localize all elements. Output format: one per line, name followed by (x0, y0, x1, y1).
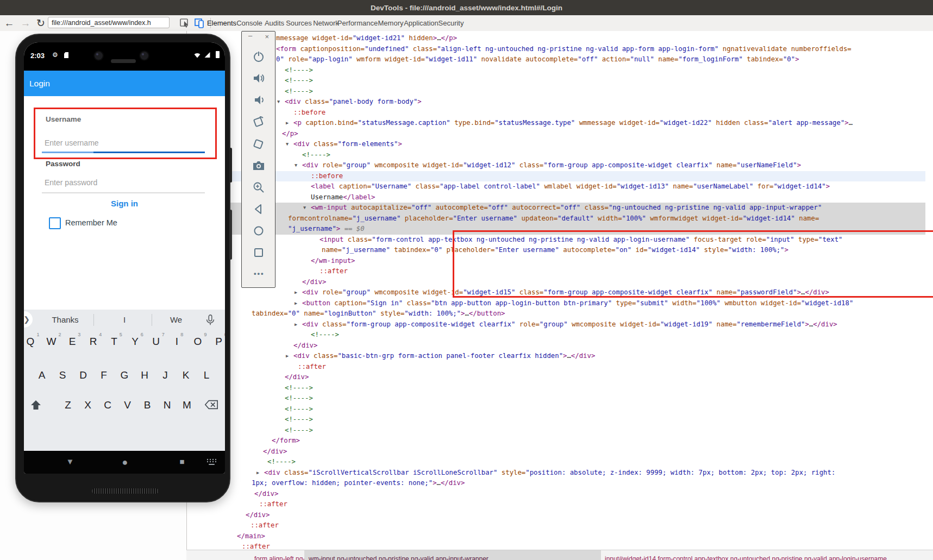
shift-key-icon[interactable] (29, 399, 42, 412)
code-line[interactable]: </form> (272, 436, 300, 446)
code-line[interactable]: ::after (298, 362, 326, 373)
code-line[interactable]: ::before (311, 171, 343, 182)
key-I[interactable]: I8 (176, 336, 178, 348)
zoom-icon[interactable] (252, 181, 265, 194)
code-line[interactable]: </wm-input> (311, 256, 355, 267)
code-line[interactable]: mmessage widget-id="widget-id21" hidden>… (276, 33, 457, 44)
code-line[interactable]: <label caption="Username" class="app-lab… (311, 181, 830, 192)
collapse-arrow-icon[interactable]: ▼ (286, 139, 289, 150)
tab-sources[interactable]: Sources (286, 15, 312, 31)
keyboard-hide-icon[interactable] (206, 458, 216, 465)
key-J[interactable]: J (162, 369, 168, 381)
key-Y[interactable]: Y6 (132, 336, 139, 348)
code-line[interactable]: Username</label> (311, 192, 375, 203)
key-D[interactable]: D (79, 369, 87, 381)
rotate-left-icon[interactable] (252, 116, 265, 129)
collapse-arrow-icon[interactable]: ▼ (277, 97, 280, 108)
code-line[interactable]: ::after (242, 542, 270, 550)
code-line[interactable]: <!----> (267, 457, 296, 468)
code-line[interactable]: </main> (237, 531, 265, 542)
key-W[interactable]: W2 (47, 336, 57, 348)
code-line[interactable]: ::after (259, 499, 287, 510)
code-line[interactable]: <!----> (285, 393, 313, 404)
phone-screen[interactable]: 2:03 ⚙ Login Username Enter username Pas… (24, 42, 225, 474)
key-N[interactable]: N (164, 399, 171, 411)
home-icon[interactable] (252, 224, 265, 237)
overview-icon[interactable] (252, 246, 265, 259)
key-E[interactable]: E3 (69, 336, 76, 348)
code-line[interactable]: <form captionposition="undefined" class=… (276, 44, 851, 55)
key-B[interactable]: B (144, 399, 151, 411)
code-line[interactable]: <input class="form-control app-textbox n… (320, 235, 842, 246)
code-line[interactable]: </div> (285, 372, 309, 383)
code-line[interactable]: <!----> (285, 86, 313, 97)
expand-arrow-icon[interactable]: ▶ (295, 287, 297, 298)
tab-audits[interactable]: Audits (265, 15, 284, 31)
tab-elements[interactable]: Elements (207, 15, 236, 31)
key-K[interactable]: K (183, 369, 190, 381)
collapse-arrow-icon[interactable]: ▼ (295, 160, 297, 171)
sign-in-button[interactable]: Sign in (24, 199, 225, 208)
code-line[interactable]: ▶<p caption.bind="statusMessage.caption"… (293, 118, 853, 129)
code-line[interactable]: ▼<div class="form-elements"> (293, 139, 402, 150)
code-line[interactable]: ▶<div class="iScrollVerticalScrollbar iS… (264, 468, 835, 479)
inspect-cursor-icon[interactable] (179, 17, 191, 29)
code-line[interactable]: </div> (293, 341, 317, 351)
back-icon[interactable] (252, 203, 265, 216)
tab-memory[interactable]: Memory (378, 15, 404, 31)
code-line[interactable]: </div> (263, 446, 287, 457)
expand-arrow-icon[interactable]: ▶ (286, 118, 289, 129)
code-line[interactable]: <!----> (285, 414, 313, 425)
collapse-arrow-icon[interactable]: ▼ (303, 203, 306, 213)
forward-button[interactable]: → (18, 15, 33, 31)
expand-arrow-icon[interactable]: ▶ (286, 351, 289, 362)
device-toggle-icon[interactable] (193, 17, 205, 29)
code-line[interactable]: <!----> (285, 425, 313, 436)
code-line[interactable]: ▶<div class="basic-btn-grp form-action p… (293, 351, 595, 362)
reload-button[interactable]: ↻ (34, 15, 48, 31)
code-line[interactable]: <!----> (285, 65, 313, 76)
code-line[interactable]: ▼<div role="group" wmcomposite widget-id… (302, 160, 801, 171)
code-line[interactable]: name="j_username" tabindex="0" placehold… (322, 245, 788, 256)
code-line[interactable]: ::before (293, 108, 325, 118)
home-nav-icon[interactable]: ● (122, 457, 128, 468)
rotate-right-icon[interactable] (252, 137, 265, 150)
code-line[interactable]: </div> (302, 277, 326, 288)
code-line[interactable]: </div> (254, 489, 278, 500)
suggestion-chip[interactable]: I (123, 315, 126, 324)
code-line[interactable]: ▶<button caption="Sign in" class="btn ap… (302, 298, 853, 309)
back-button[interactable]: ← (2, 15, 16, 31)
code-line[interactable]: <!----> (302, 150, 330, 161)
key-P[interactable]: P0 (215, 336, 222, 348)
code-line[interactable]: ▼<wm-input autocapitalize="off" autocomp… (311, 203, 822, 213)
toolbar-minimize-button[interactable]: – (248, 32, 252, 40)
mic-icon[interactable] (204, 314, 216, 327)
tab-security[interactable]: Security (439, 15, 464, 31)
key-L[interactable]: L (204, 369, 210, 381)
more-icon[interactable]: ••• (254, 269, 265, 278)
code-line[interactable]: <!----> (285, 75, 313, 86)
key-M[interactable]: M (183, 399, 191, 411)
expand-arrow-icon[interactable]: ▶ (295, 319, 297, 330)
password-input[interactable]: Enter password (45, 178, 97, 187)
key-X[interactable]: X (84, 399, 91, 411)
code-line[interactable]: "j_username"> == $0 (288, 224, 365, 235)
code-line[interactable]: ▼<div class="panel-body form-body"> (285, 97, 422, 108)
code-line[interactable]: </div> (246, 510, 270, 521)
tab-network[interactable]: Network (313, 15, 339, 31)
code-line[interactable]: ::after (251, 520, 279, 531)
url-input[interactable]: file:///android_asset/www/index.h (48, 17, 170, 28)
breadcrumb-item[interactable]: wm-input.ng-untouched.ng-pristine.ng-val… (304, 550, 601, 560)
code-line[interactable]: <!----> (285, 383, 313, 394)
code-line[interactable]: 1px; overflow: hidden; pointer-events: n… (252, 478, 465, 489)
key-S[interactable]: S (59, 369, 66, 381)
code-line[interactable]: <!----> (285, 404, 313, 415)
key-H[interactable]: H (141, 369, 148, 381)
code-line[interactable]: tabindex="0" name="loginButton" style="w… (252, 309, 505, 319)
key-U[interactable]: U7 (152, 336, 160, 348)
code-line[interactable]: </p> (282, 129, 298, 140)
key-R[interactable]: R4 (90, 336, 97, 348)
suggestion-chip[interactable]: We (170, 315, 182, 324)
expand-arrow-icon[interactable]: ▶ (295, 298, 297, 309)
volume-down-icon[interactable] (252, 93, 265, 106)
